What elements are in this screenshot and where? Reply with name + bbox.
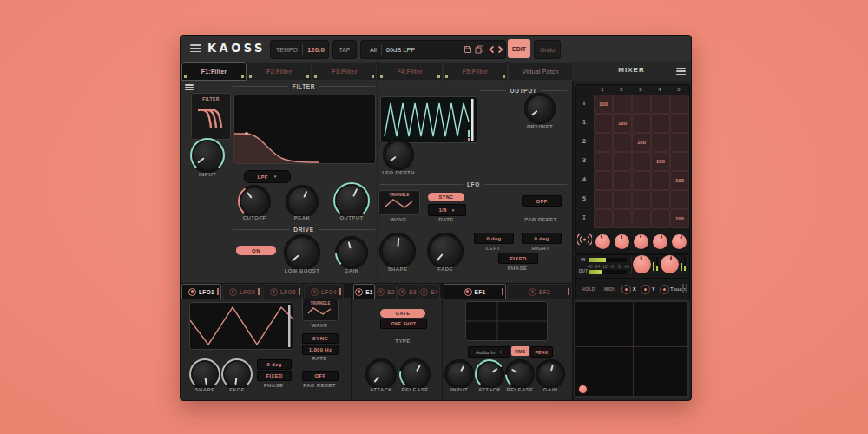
mixer-channel-knob[interactable] (634, 234, 648, 249)
env-one-shot-toggle[interactable]: ONE SHOT (380, 319, 427, 329)
mixer-cell[interactable] (613, 209, 632, 228)
mixer-cell[interactable] (670, 133, 689, 152)
tab-f4-filter[interactable]: F4:Filter (378, 62, 443, 81)
next-preset-icon[interactable] (497, 45, 503, 54)
lfo-tab-lfo4[interactable]: LFO4 (304, 284, 344, 299)
lfo-sync-toggle[interactable]: SYNC (428, 193, 464, 201)
save-icon[interactable] (464, 45, 472, 54)
lfo-phase-right-value[interactable]: 0 deg (522, 233, 562, 244)
mixer-cell[interactable]: 100 (613, 114, 632, 133)
xy-touch-pad[interactable] (574, 300, 689, 398)
lfo-tab-lfo3[interactable]: LFO3 (263, 284, 303, 299)
env-tab-e2[interactable]: E2 (375, 284, 397, 299)
preset-bank[interactable]: All (370, 47, 377, 53)
tab-f5-filter[interactable]: F5:Filter (443, 62, 508, 81)
low-boost-knob[interactable] (287, 238, 317, 267)
env-release-knob[interactable] (403, 362, 427, 386)
mixer-in-knob[interactable] (633, 255, 651, 273)
lfo1-fade-knob[interactable] (225, 362, 249, 386)
mixer-cell[interactable] (670, 114, 689, 133)
panel-menu-icon[interactable] (185, 84, 194, 90)
undo-button[interactable]: Undo (534, 40, 561, 59)
copy-icon[interactable] (475, 45, 484, 54)
midi-button[interactable]: MIDI (601, 286, 618, 292)
ef-rms-toggle[interactable]: RMS (511, 346, 529, 356)
lfo-pad-reset-value[interactable]: OFF (522, 195, 562, 207)
env-tab-e3[interactable]: E3 (397, 284, 418, 299)
lfo-fade-knob[interactable] (431, 236, 460, 266)
lfo-depth-knob[interactable] (386, 142, 411, 167)
edit-button[interactable]: EDIT (508, 39, 530, 58)
ef-tab-ef2[interactable]: EF2 (507, 284, 572, 299)
mixer-cell[interactable] (632, 95, 651, 114)
tempo-box[interactable]: TEMPO 120.0 (270, 40, 329, 59)
grip-icon[interactable] (682, 284, 687, 293)
tab-f2-filter[interactable]: F2:Filter (247, 62, 312, 81)
mixer-cell[interactable] (594, 152, 613, 171)
filter-thumbnail[interactable]: FILTER (191, 93, 231, 140)
ef-input-knob[interactable] (448, 363, 470, 385)
menu-icon[interactable] (190, 44, 201, 52)
tab-virtual-patch[interactable]: Virtual Patch (508, 62, 573, 81)
mixer-cell[interactable] (632, 190, 651, 209)
hold-button[interactable]: HOLD (580, 286, 597, 292)
env-gate-toggle[interactable]: GATE (380, 309, 425, 318)
mixer-cell[interactable] (651, 209, 670, 228)
mixer-cell[interactable] (670, 152, 689, 171)
lfo-phase-left-value[interactable]: 0 deg (474, 233, 514, 244)
mixer-cell[interactable] (670, 95, 689, 114)
mixer-channel-knob[interactable] (653, 234, 667, 249)
mixer-cell[interactable] (594, 209, 613, 228)
lfo1-phase-mode[interactable]: FIXED (257, 371, 292, 381)
drive-gain-knob[interactable] (339, 240, 365, 266)
mixer-cell[interactable]: 100 (594, 95, 613, 114)
mixer-cell[interactable] (632, 152, 651, 171)
mixer-channel-knob[interactable] (595, 234, 610, 249)
mixer-cell[interactable] (613, 171, 632, 190)
env-tab-e1[interactable]: E1 (353, 284, 375, 299)
preset-name[interactable]: 60dB LPF (386, 46, 415, 54)
mixer-cell[interactable]: 100 (670, 171, 689, 190)
drive-on-toggle[interactable]: ON (236, 246, 276, 255)
tap-button[interactable]: TAP (332, 40, 357, 59)
cutoff-knob[interactable] (241, 188, 267, 214)
env-tab-e4[interactable]: E4 (418, 284, 440, 299)
mixer-cell[interactable] (651, 95, 670, 114)
ef-attack-knob[interactable] (478, 363, 501, 385)
env-attack-knob[interactable] (369, 362, 393, 386)
output-knob[interactable] (337, 186, 366, 215)
lfo1-shape-knob[interactable] (193, 362, 217, 386)
lfo1-wave-selector[interactable]: TRIANGLE (302, 299, 339, 321)
tab-f3-filter[interactable]: F3:Filter (312, 62, 377, 81)
mixer-cell[interactable] (651, 133, 670, 152)
mixer-out-knob[interactable] (661, 255, 679, 273)
ef-release-knob[interactable] (509, 363, 531, 385)
ef-gain-knob[interactable] (539, 363, 562, 385)
input-knob[interactable] (194, 141, 221, 169)
dry-wet-knob[interactable] (528, 96, 552, 121)
mixer-cell[interactable] (651, 171, 670, 190)
lfo-rate-dropdown[interactable]: 1/8▼ (428, 204, 466, 216)
mixer-cell[interactable] (594, 171, 613, 190)
mixer-cell[interactable] (632, 114, 651, 133)
ef-source-dropdown[interactable]: Audio In▼ (468, 346, 510, 358)
mixer-cell[interactable] (670, 190, 689, 209)
preset-box[interactable]: All 60dB LPF (360, 40, 506, 59)
lfo-wave-selector[interactable]: TRIANGLE (378, 190, 420, 215)
mixer-cell[interactable] (613, 190, 632, 209)
mixer-cell[interactable]: 100 (651, 152, 670, 171)
mixer-cell[interactable] (651, 190, 670, 209)
mixer-cell[interactable] (594, 133, 613, 152)
mixer-menu-icon[interactable] (676, 68, 686, 75)
mixer-cell[interactable] (632, 171, 651, 190)
mixer-cell[interactable] (594, 114, 613, 133)
prev-preset-icon[interactable] (489, 45, 495, 54)
lfo-tab-lfo1[interactable]: LFO1 (181, 284, 221, 299)
xy-pad-puck[interactable] (577, 384, 589, 395)
lfo1-rate-value[interactable]: 1.000 Hz (302, 345, 339, 355)
lfo1-phase-value[interactable]: 0 deg (257, 359, 292, 370)
ef-peak-toggle[interactable]: PEAK (530, 346, 553, 358)
tab-f1-filter[interactable]: F1:Filter (181, 62, 247, 81)
lfo-phase-mode-value[interactable]: FIXED (498, 253, 538, 264)
tempo-value[interactable]: 120.0 (307, 46, 325, 54)
